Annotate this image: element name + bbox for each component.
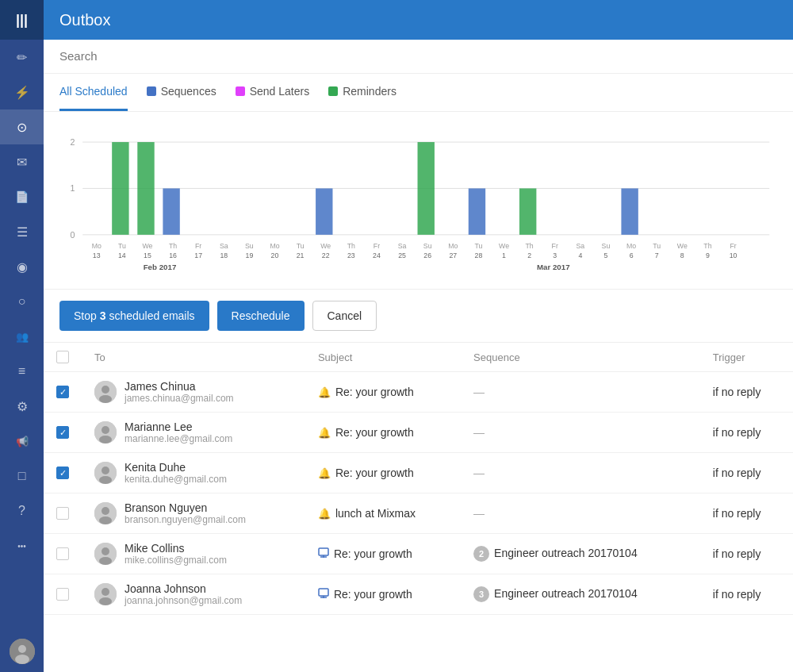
svg-point-82	[99, 516, 112, 524]
sidebar-icon-megaphone[interactable]: 📢	[0, 424, 44, 459]
sequence-badge: 3	[473, 586, 489, 602]
tab-send-laters[interactable]: Send Laters	[236, 74, 310, 111]
svg-text:5: 5	[604, 252, 608, 259]
cancel-button[interactable]: Cancel	[312, 301, 377, 331]
contact-name: Branson Nguyen	[125, 501, 246, 514]
avatar[interactable]	[10, 639, 35, 664]
stop-label: Stop 3 scheduled emails	[74, 309, 195, 322]
chart-area: 2 1 0 Mo Tu We Th Fr Sa Su Mo Tu We Th F…	[44, 112, 793, 290]
subject-text: Re: your growth	[334, 588, 412, 601]
tab-sequences[interactable]: Sequences	[147, 74, 216, 111]
svg-text:14: 14	[118, 252, 126, 259]
avatar	[94, 543, 117, 565]
svg-rect-92	[319, 589, 328, 596]
contact-name: Kenita Duhe	[125, 461, 227, 474]
stop-button[interactable]: Stop 3 scheduled emails	[59, 301, 209, 331]
svg-rect-67	[418, 142, 435, 235]
row-checkbox[interactable]	[56, 547, 69, 560]
svg-rect-68	[469, 188, 485, 234]
svg-text:20: 20	[271, 252, 279, 259]
svg-point-1	[18, 645, 26, 653]
trigger-cell: if no reply	[700, 413, 793, 453]
sidebar-icon-dots[interactable]: •••	[0, 528, 44, 563]
svg-text:9: 9	[706, 252, 710, 259]
svg-text:17: 17	[194, 252, 202, 259]
svg-text:24: 24	[373, 252, 381, 259]
svg-text:19: 19	[246, 252, 254, 259]
svg-text:23: 23	[347, 252, 355, 259]
svg-text:1: 1	[71, 183, 75, 193]
sidebar-icon-compose[interactable]: ✏	[0, 40, 44, 75]
svg-text:Su: Su	[423, 242, 432, 250]
reminder-icon: 🔔	[318, 427, 331, 439]
contact-email: branson.nguyen@gmail.com	[125, 514, 246, 525]
tab-reminders-label: Reminders	[343, 85, 396, 98]
row-checkbox[interactable]	[56, 507, 69, 520]
avatar	[94, 381, 117, 403]
trigger-cell: if no reply	[700, 574, 793, 615]
row-checkbox[interactable]	[56, 426, 69, 439]
tab-sequences-label: Sequences	[161, 85, 216, 98]
svg-text:Sa: Sa	[577, 242, 585, 250]
row-checkbox[interactable]	[56, 588, 69, 601]
search-input[interactable]	[59, 49, 777, 63]
sidebar-icon-inbox[interactable]: ✉	[0, 144, 44, 179]
svg-text:Th: Th	[703, 242, 711, 250]
svg-text:Su: Su	[602, 242, 611, 250]
tab-all-label: All Scheduled	[59, 85, 128, 98]
logo-icon: |||	[16, 12, 28, 29]
table-row: Joanna Johnsonjoanna.johnson@gmail.comRe…	[44, 574, 793, 615]
sequence-cell: —	[461, 413, 700, 453]
reminders-dot	[328, 86, 338, 96]
table-row: Branson Nguyenbranson.nguyen@gmail.com🔔l…	[44, 493, 793, 534]
svg-point-73	[99, 395, 112, 403]
svg-text:Tu: Tu	[474, 242, 482, 250]
sendlaters-dot	[236, 86, 245, 96]
svg-text:Mo: Mo	[626, 242, 636, 250]
sidebar: ||| ✏ ⚡ ⊙ ✉ 📄 ☰ ◉ ○ 👥 ≡ ⚙ 📢 □ ? •••	[0, 0, 44, 672]
tab-reminders[interactable]: Reminders	[328, 74, 396, 111]
svg-point-79	[99, 476, 112, 484]
select-all-checkbox[interactable]	[56, 351, 69, 363]
page-title: Outbox	[59, 11, 110, 29]
row-checkbox[interactable]	[56, 386, 69, 398]
sidebar-icon-circle[interactable]: ○	[0, 284, 44, 319]
reschedule-button[interactable]: Reschedule	[217, 301, 305, 331]
sidebar-icon-lightning[interactable]: ⚡	[0, 75, 44, 109]
svg-text:Tu: Tu	[118, 242, 126, 250]
sidebar-icon-box[interactable]: □	[0, 459, 44, 493]
svg-text:22: 22	[322, 252, 330, 259]
svg-text:25: 25	[398, 252, 406, 259]
svg-text:Tu: Tu	[297, 242, 305, 250]
svg-text:2: 2	[71, 137, 75, 147]
svg-text:6: 6	[630, 252, 634, 259]
svg-text:4: 4	[578, 252, 582, 259]
tab-all-scheduled[interactable]: All Scheduled	[59, 74, 128, 111]
svg-rect-63	[112, 142, 128, 235]
sidebar-icon-question[interactable]: ?	[0, 493, 44, 528]
avatar	[94, 502, 117, 524]
sidebar-icon-lines[interactable]: ≡	[0, 354, 44, 389]
svg-rect-64	[137, 142, 154, 235]
col-to: To	[82, 343, 305, 372]
logo[interactable]: |||	[0, 0, 44, 40]
sidebar-icon-clock[interactable]: ⊙	[0, 109, 44, 144]
sidebar-icon-gear[interactable]: ⚙	[0, 389, 44, 424]
svg-point-2	[15, 655, 29, 664]
sidebar-icon-doc[interactable]: 📄	[0, 179, 44, 214]
svg-text:We: We	[142, 242, 152, 250]
sidebar-icon-people[interactable]: 👥	[0, 319, 44, 354]
row-checkbox[interactable]	[56, 467, 69, 479]
sequence-icon	[318, 547, 329, 561]
svg-text:13: 13	[93, 252, 101, 259]
table-row: Mike Collinsmike.collins@gmail.comRe: yo…	[44, 534, 793, 574]
reminder-icon: 🔔	[318, 508, 331, 520]
email-table: To Subject Sequence Trigger James Chinua…	[44, 343, 793, 615]
stop-count: 3	[100, 309, 106, 322]
col-trigger: Trigger	[700, 343, 793, 372]
svg-text:We: We	[677, 242, 688, 250]
sidebar-icon-list[interactable]: ☰	[0, 214, 44, 249]
subject-text: Re: your growth	[334, 547, 412, 560]
svg-rect-70	[621, 188, 638, 234]
sidebar-icon-chart[interactable]: ◉	[0, 249, 44, 284]
